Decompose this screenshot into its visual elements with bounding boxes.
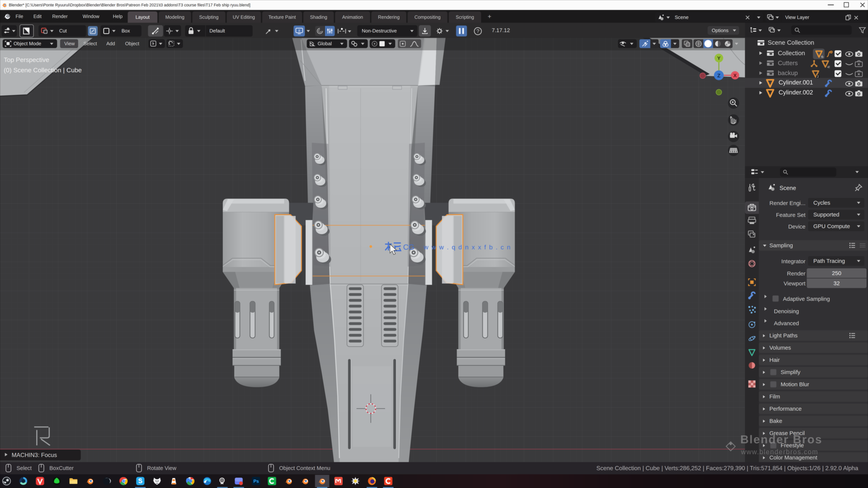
svg-text:45: 45 (827, 65, 830, 68)
svg-text:?: ? (476, 28, 479, 34)
svg-text:w w w . q d n x x f b . c n: w w w . q d n x x f b . c n (424, 243, 511, 251)
svg-text:Z: Z (717, 73, 720, 78)
svg-text:2: 2 (817, 75, 819, 78)
svg-text:64: 64 (821, 55, 824, 59)
svg-text:Top Perspective: Top Perspective (4, 56, 49, 63)
svg-text:MACHIN3: Focus: MACHIN3: Focus (12, 452, 57, 458)
svg-text:(0) Scene Collection | Cube: (0) Scene Collection | Cube (4, 66, 82, 74)
svg-text:CG: CG (403, 243, 414, 251)
svg-text:8: 8 (299, 29, 300, 32)
svg-text:Ps: Ps (253, 479, 259, 484)
svg-text:Y: Y (717, 55, 720, 61)
svg-text:X: X (733, 73, 737, 78)
